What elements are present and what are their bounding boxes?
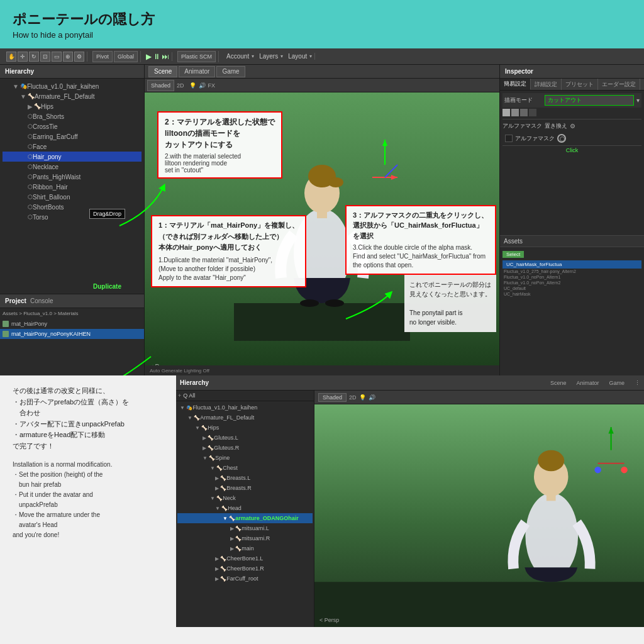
hier-label-shirt: Shirt_Balloon [33, 194, 70, 201]
hier2-farcuff[interactable]: ▶ 🦴 FarCuff_root [177, 574, 313, 584]
hier2-armature[interactable]: ▼ 🦴 Armature_FL_Default [177, 413, 313, 423]
hier2-head[interactable]: ▼ 🦴 Head [177, 503, 313, 513]
hier2-cheekl[interactable]: ▶ 🦴 CheerBone1.L [177, 553, 313, 564]
scene-tab[interactable]: Scene [148, 66, 177, 77]
shaded2-dropdown[interactable]: Shaded [318, 393, 347, 402]
hier2-gluteusr[interactable]: ▶ 🦴 Gluteus.R [177, 443, 313, 453]
hier-item-hips[interactable]: ▶ 🦴 Hips [3, 101, 142, 111]
account-dropdown-icon[interactable]: ▾ [252, 53, 254, 59]
render-mode-dropdown[interactable]: ▾ [636, 97, 640, 104]
hier-item-face[interactable]: ⬡ Face [3, 142, 142, 152]
animator2-tab[interactable]: Animator [576, 380, 599, 386]
plastic-scm-button[interactable]: Plastic SCM [177, 51, 216, 62]
hier2-odango[interactable]: ▼ 🦴 armature_ODANGOhair [177, 513, 313, 523]
hier2-fluctua[interactable]: ▼ 🎭 Fluctua_v1.0_hair_kaihen [177, 402, 313, 413]
step-button[interactable]: ⏭ [162, 52, 169, 61]
svg-point-7 [325, 299, 344, 307]
mat-hairpony-nopony-item[interactable]: mat_HairPony_noPonyKAIHEN [0, 329, 144, 339]
alpha-mask-settings-icon[interactable]: ⚙ [570, 123, 575, 130]
alpha-mask-title-label: アルファマスク [502, 122, 542, 130]
detailed-settings-tab[interactable]: 詳細設定 [531, 79, 562, 90]
hier2-mitsumkr[interactable]: ▶ 🦴 mitsuami.R [177, 533, 313, 543]
inspector-tab-label[interactable]: Inspector [505, 68, 533, 75]
avatar2-svg [314, 404, 644, 627]
rotate-tool-icon[interactable]: ↻ [29, 52, 39, 62]
hier-label-torso: Torso [33, 214, 48, 221]
hier2-breastr[interactable]: ▶ 🦴 Breasts.R [177, 483, 313, 493]
2d2-button[interactable]: 2D [349, 394, 357, 401]
account-label: Account [226, 53, 249, 60]
hier2-main[interactable]: ▶ 🦴 main [177, 543, 313, 553]
hier-item-ribbon[interactable]: ⬡ Ribbon_Hair [3, 182, 142, 192]
game2-tab[interactable]: Game [609, 380, 625, 386]
hier2-hips[interactable]: ▼ 🦴 Hips [177, 423, 313, 433]
more-tabs-icon[interactable]: ⋮ [635, 380, 640, 386]
hier-item-necklace[interactable]: ⬡ Necklace [3, 162, 142, 172]
hier-item-crosstie[interactable]: ⬡ CrossTie [3, 121, 142, 131]
pivot-button[interactable]: Pivot [92, 51, 113, 62]
hier-item-hairpony[interactable]: ⬡ Hair_pony [3, 152, 142, 162]
annotation-3-en: 3.Click the double circle of the alpha m… [353, 243, 489, 270]
svg-point-14 [525, 493, 578, 579]
hier2-spine[interactable]: ▼ 🦴 Spine [177, 453, 313, 463]
click-label: Click [502, 147, 641, 153]
hier-item-earring[interactable]: ⬡ Earring_EarCuff [3, 131, 142, 142]
simple-settings-tab[interactable]: 簡易設定 [500, 79, 531, 90]
rect-tool-icon[interactable]: ▭ [52, 52, 62, 62]
scene2-tab[interactable]: Scene [550, 380, 567, 386]
svg-marker-20 [608, 427, 613, 433]
selected-asset-item[interactable]: UC_hairMask_forFluctua [502, 260, 641, 269]
preset-tab[interactable]: プリセット [562, 79, 598, 90]
hier2-breastl[interactable]: ▶ 🦴 Breasts.L [177, 473, 313, 483]
pause-button[interactable]: ⏸ [153, 52, 160, 61]
game-tab[interactable]: Game [216, 66, 245, 77]
shader-settings-tab[interactable]: エーダー設定 [598, 79, 640, 90]
project-tab[interactable]: Project [5, 297, 26, 304]
hier-item-fluctua[interactable]: ▼ 🎭 Fluctua_v1.0_hair_kaihen [3, 81, 142, 91]
mat-hairpony-item[interactable]: mat_HairPony [0, 319, 144, 329]
hier2-mitsumil[interactable]: ▶ 🦴 mitsuami.L [177, 523, 313, 533]
hier2-cheekr[interactable]: ▶ 🦴 CheerBone1.R [177, 564, 313, 574]
annotation-1-box: 1：マテリアル「mat_HairPony」を複製し、（できれば別フォルダへ移動し… [151, 215, 306, 287]
asset-item-3[interactable]: Fluctua_v1.0_noPon_Altern2 [500, 280, 644, 286]
2d-button[interactable]: 2D [177, 82, 184, 89]
asset-item-1[interactable]: Fluctua_v1.0_275_hair-pony_Altern2 [500, 269, 644, 274]
hierarchy2-tab-label[interactable]: Hierarchy [180, 379, 209, 386]
animator-tab[interactable]: Animator [179, 66, 215, 77]
hier-item-pants[interactable]: ⬡ Pants_HighWaist [3, 172, 142, 182]
layers-dropdown-icon[interactable]: ▾ [280, 53, 283, 59]
console-tab[interactable]: Console [30, 297, 53, 304]
alpha-mask-header: アルファマスク 置き換え ⚙ [502, 122, 641, 130]
move-tool-icon[interactable]: ✛ [18, 52, 28, 62]
hier2-add-icon[interactable]: + [178, 392, 181, 399]
hier2-neck[interactable]: ▼ 🦴 Neck [177, 493, 313, 503]
layout-dropdown-icon[interactable]: ▾ [309, 53, 312, 59]
asset-item-2[interactable]: Fluctua_v1.0_noPon_Altern1 [500, 274, 644, 280]
hier-item-bra[interactable]: ⬡ Bra_Shorts [3, 111, 142, 121]
global-button[interactable]: Global [114, 51, 138, 62]
hier-label-fluctua: Fluctua_v1.0_hair_kaihen [27, 83, 99, 90]
svg-point-21 [594, 467, 601, 473]
hier-label-crosstie: CrossTie [33, 123, 58, 130]
shaded-dropdown[interactable]: Shaded [147, 80, 174, 91]
note-area: これでポニーテールの部分は見えなくなったと思います。 The ponytail … [404, 275, 496, 332]
scene-tabs: Scene Animator Game [145, 65, 499, 79]
hier-label-ribbon: Ribbon_Hair [33, 184, 68, 191]
scale-tool-icon[interactable]: ⊡ [40, 52, 50, 62]
transform-tool-icon[interactable]: ⊕ [63, 52, 73, 62]
mat-hairpony-label: mat_HairPony [11, 321, 47, 327]
hier2-chest[interactable]: ▼ 🦴 Chest [177, 463, 313, 473]
double-circle-button[interactable] [557, 134, 566, 143]
hand-tool-icon[interactable]: ✋ [6, 52, 16, 62]
hier2-gluteusl[interactable]: ▶ 🦴 Gluteus.L [177, 433, 313, 443]
hier-item-shirt[interactable]: ⬡ Shirt_Balloon [3, 192, 142, 202]
render-mode-value[interactable]: カットアウト [545, 95, 634, 106]
asset-item-5[interactable]: UC_hairMask [500, 291, 644, 297]
hier-item-armature[interactable]: ▼ 🦴 Armature_FL_Default [3, 91, 142, 101]
play-button[interactable]: ▶ [146, 52, 152, 61]
svg-point-5 [328, 177, 343, 187]
swatch-gray3 [520, 109, 528, 116]
custom-tool-icon[interactable]: ⚙ [74, 52, 84, 62]
asset-item-4[interactable]: UC_default [500, 286, 644, 291]
hierarchy-tab-label[interactable]: Hierarchy [5, 68, 34, 75]
